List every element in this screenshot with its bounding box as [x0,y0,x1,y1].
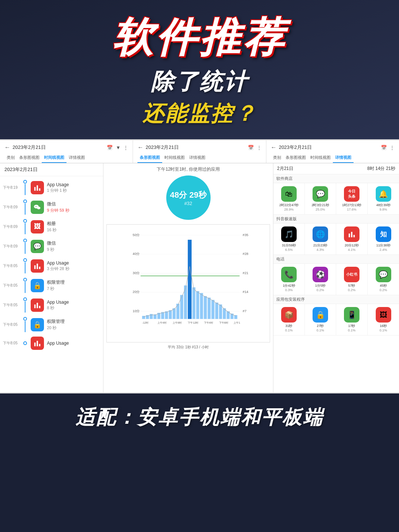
tab-category3[interactable]: 类别 [271,153,283,163]
app-icon-appusage2 [31,259,44,273]
timeline-dot [23,341,27,345]
app-duration: 16 秒 [47,227,100,233]
filter-icon[interactable]: ▼ [116,145,120,150]
app-duration: 3 分钟 28 秒 [47,266,100,272]
subtitle1: 除了统计 [22,66,377,97]
right-panel: 2月21日 8时 14分 21秒 软件商店 🛍 2时22分47秒 28.9% 💬… [273,163,399,392]
svg-rect-53 [219,304,222,319]
grid-icon-douyin: 🎵 [281,226,297,242]
grid-icon-subscribe: 🔔 [376,186,391,202]
more-icon[interactable]: ⋮ [123,145,128,150]
grid-item-phone: 📞 1分42秒 0.3% [273,264,305,295]
grid-item-toutiao: 今日头条 1时27分13秒 17.6% [336,183,368,215]
svg-rect-13 [34,342,36,346]
tab-bar[interactable]: 条形图视图 [17,153,42,163]
grid-pct: 6.5% [275,248,303,252]
grid-item-album: 🖼 16秒 0.1% [368,304,399,335]
calendar-icon3[interactable]: 📅 [381,145,387,150]
grid-time: 57秒 [338,283,366,288]
grid-pct: 0.1% [306,328,334,332]
grid-time: 1分5秒 [306,283,334,288]
app-name: 微信 [47,240,100,246]
tab-detail3[interactable]: 详情视图 [333,153,354,163]
panel1-header: ← 2023年2月21日 📅 ▼ ⋮ 类别 条形图视图 时间线视图 详情视图 [0,140,133,163]
svg-rect-2 [39,188,41,190]
panel1-tabs: 类别 条形图视图 时间线视图 详情视图 [4,153,128,163]
panel2-date: 2023年2月21日 [146,144,179,151]
svg-text:上午1: 上午1 [233,321,240,324]
nav-back-arrow[interactable]: ← [4,144,10,151]
svg-rect-12 [39,306,41,308]
app-name: App Usage [47,260,100,266]
item-time: 下午8:09 [3,224,20,229]
app-info: 权限管理 20 秒 [47,318,100,331]
tab-detail2[interactable]: 详情视图 [187,153,208,163]
svg-text:#7: #7 [243,309,246,313]
timeline-dot [23,239,27,242]
timeline-item: 下午8:05 🔒 权限管理 7 秒 [0,276,103,295]
calendar-icon2[interactable]: 📅 [248,145,254,150]
item-time: 下午8:05 [3,322,20,327]
timeline-dot [23,180,27,184]
app-info: 微信 9 秒 [47,240,100,252]
app-name: 相册 [47,221,100,227]
timeline-dot [23,200,27,203]
timeline-connector [23,200,28,215]
grid-item-subscribe: 🔔 48分39秒 9.8% [368,183,399,215]
calendar-icon[interactable]: 📅 [107,145,113,150]
tab-detail[interactable]: 详情视图 [66,153,87,163]
tab-timeline3[interactable]: 时间线视图 [308,153,333,163]
grid-item-messages: 💬 45秒 0.2% [368,264,399,295]
grid-icon-toutiao: 今日头条 [344,186,359,202]
timeline-date: 2023年2月21日 [0,163,103,176]
svg-rect-43 [180,295,183,319]
bottom-section: 适配：安卓手机端和平板端 [0,393,399,441]
section-label-2: 抖音极速版 [273,215,399,224]
screenshot-area: ← 2023年2月21日 📅 ▼ ⋮ 类别 条形图视图 时间线视图 详情视图 ←… [0,139,399,393]
panels-content: 2023年2月21日 下午8:19 App Usage 1 分钟 1 秒 [0,163,399,392]
grid-item-xiaohongshu: 小红书 57秒 0.2% [336,264,368,295]
more-icon3[interactable]: ⋮ [390,145,395,150]
grid-item-douyin: 🎵 31分59秒 6.5% [273,224,305,255]
app-icon-appusage3 [31,299,44,312]
svg-rect-46 [192,287,195,319]
panel3-date: 2023年2月21日 [279,144,312,151]
grid-time: 27秒 [306,324,334,328]
timeline-dot [23,278,27,282]
svg-text:#35: #35 [243,233,248,237]
grid-pct: 0.2% [369,288,398,292]
svg-point-4 [35,206,36,207]
grid-time: 2时3分21秒 [306,203,334,208]
grid-pct: 0.3% [275,288,303,292]
tab-category[interactable]: 类别 [4,153,17,163]
app-duration: 1 分钟 1 秒 [47,188,100,193]
right-panel-date: 2月21日 [277,166,293,172]
svg-point-5 [36,206,37,207]
svg-rect-10 [34,304,36,308]
nav-back-arrow3[interactable]: ← [271,144,277,151]
nav-back-arrow2[interactable]: ← [137,144,143,151]
svg-rect-47 [196,291,199,319]
grid-icon-phone: 📞 [281,267,297,282]
panel1-nav-icons: 📅 ▼ ⋮ [107,145,128,150]
panel3-nav-icons: 📅 ⋮ [381,145,395,150]
tab-timeline[interactable]: 时间线视图 [42,153,66,163]
right-panel-header: 2月21日 8时 14分 21秒 [273,163,399,174]
timeline-connector [23,219,28,234]
svg-text:10分: 10分 [133,309,140,313]
svg-text:下午4时: 下午4时 [204,321,213,324]
timeline-connector [23,317,28,332]
grid-icon-album: 🖼 [376,307,391,323]
svg-rect-52 [215,303,218,319]
svg-rect-1 [37,185,38,191]
tab-bar2[interactable]: 条形图视图 [137,153,162,163]
app-grid-1: 🛍 2时22分47秒 28.9% 💬 2时3分21秒 25.0% 今日头条 1时… [273,183,399,215]
more-icon2[interactable]: ⋮ [257,145,262,150]
tab-bar3[interactable]: 条形图视图 [283,153,308,163]
grid-pct: 4.1% [338,248,366,252]
panel1-date: 2023年2月21日 [13,144,46,151]
app-grid-4: 📦 31秒 0.1% 🔒 27秒 0.1% 📱 17秒 0.1% 🖼 16秒 [273,304,399,335]
svg-rect-66 [351,232,352,238]
middle-panel: 下午12时至1时, 你使用过的应用 48分 29秒 #32 50分 40分 30… [103,163,273,392]
tab-timeline2[interactable]: 时间线视图 [162,153,187,163]
